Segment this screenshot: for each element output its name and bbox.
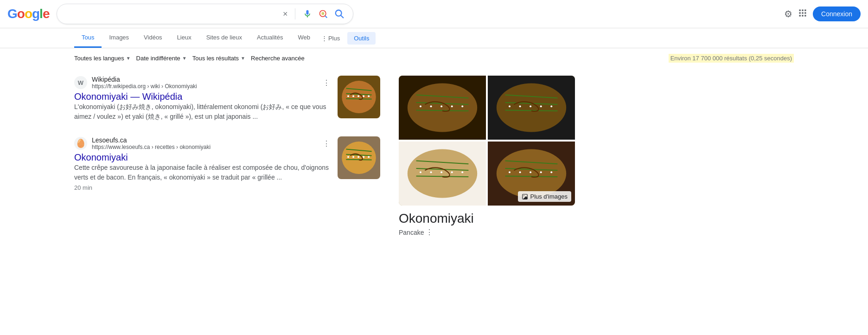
result-description-wikipedia: L'okonomiyaki (お好み焼き, okonomiyaki), litt… xyxy=(74,102,330,122)
svg-line-4 xyxy=(341,15,344,18)
result-thumbnail-wikipedia[interactable] xyxy=(338,76,380,118)
tab-tous[interactable]: Tous xyxy=(74,28,102,48)
microphone-icon xyxy=(303,9,312,19)
svg-rect-6 xyxy=(802,9,803,11)
image-cell-3[interactable] xyxy=(399,142,486,206)
tab-actualites[interactable]: Actualités xyxy=(249,28,290,48)
advanced-search-link[interactable]: Recherche avancée xyxy=(251,55,305,62)
date-arrow-icon: ▼ xyxy=(182,56,187,61)
svg-rect-5 xyxy=(799,9,801,11)
date-filter-label: Date indifférente xyxy=(136,55,180,62)
image-grid: Plus d'images xyxy=(399,76,575,206)
date-filter[interactable]: Date indifférente ▼ xyxy=(136,55,187,62)
result-site-name: Wikipédia xyxy=(92,76,318,83)
svg-rect-11 xyxy=(799,15,801,16)
tab-more[interactable]: ⋮ Plus xyxy=(318,29,344,47)
result-menu-button[interactable]: ⋮ xyxy=(323,139,330,148)
plus-images-label: Plus d'images xyxy=(530,193,568,200)
language-filter-label: Toutes les langues xyxy=(74,55,124,62)
image-icon xyxy=(522,193,528,200)
result-time: 20 min xyxy=(74,184,330,191)
language-filter[interactable]: Toutes les langues ▼ xyxy=(74,55,131,62)
knowledge-panel-subtitle: Pancake ⋮ xyxy=(399,228,575,237)
lesoeufs-favicon: 🥚 xyxy=(74,137,87,150)
results-filter-label: Tous les résultats xyxy=(192,55,239,62)
result-row: 🥚 Lesoeufs.ca https://www.lesoeufs.ca › … xyxy=(74,136,380,191)
svg-rect-8 xyxy=(799,12,801,13)
language-arrow-icon: ▼ xyxy=(126,56,131,61)
more-label: Plus xyxy=(328,35,340,42)
result-url: https://www.lesoeufs.ca › recettes › oko… xyxy=(92,144,318,150)
result-item-lesoeufs: 🥚 Lesoeufs.ca https://www.lesoeufs.ca › … xyxy=(74,136,380,191)
results-filter[interactable]: Tous les résultats ▼ xyxy=(192,55,245,62)
result-row: W Wikipédia https://fr.wikipedia.org › w… xyxy=(74,76,380,122)
header-right: ⚙ Connexion xyxy=(784,6,861,21)
search-input[interactable]: okonomiyaki xyxy=(64,10,277,18)
more-dots-icon: ⋮ xyxy=(321,35,327,42)
filter-bar: Toutes les langues ▼ Date indifférente ▼… xyxy=(0,50,868,66)
svg-rect-13 xyxy=(804,15,806,16)
main-content: W Wikipédia https://fr.wikipedia.org › w… xyxy=(0,68,868,244)
results-arrow-icon: ▼ xyxy=(241,56,245,61)
lens-icon xyxy=(319,9,328,19)
tab-videos[interactable]: Vidéos xyxy=(136,28,170,48)
tab-lieux[interactable]: Lieux xyxy=(170,28,199,48)
image-cell-4[interactable]: Plus d'images xyxy=(488,142,575,206)
image-cell-2[interactable] xyxy=(488,76,575,140)
tab-images[interactable]: Images xyxy=(102,28,136,48)
tab-outils[interactable]: Outils xyxy=(347,32,376,45)
knowledge-panel: Plus d'images Okonomiyaki Pancake ⋮ xyxy=(399,76,575,237)
search-results: W Wikipédia https://fr.wikipedia.org › w… xyxy=(74,76,380,237)
svg-rect-7 xyxy=(804,9,806,11)
svg-line-2 xyxy=(326,16,327,18)
result-content: W Wikipédia https://fr.wikipedia.org › w… xyxy=(74,76,330,122)
result-source-info: Wikipédia https://fr.wikipedia.org › wik… xyxy=(92,76,318,90)
result-description-lesoeufs: Cette crêpe savoureuse à la japonaise fa… xyxy=(74,163,330,182)
result-header: 🥚 Lesoeufs.ca https://www.lesoeufs.ca › … xyxy=(74,136,330,150)
result-count: Environ 17 700 000 résultats (0,25 secon… xyxy=(669,54,794,63)
result-content: 🥚 Lesoeufs.ca https://www.lesoeufs.ca › … xyxy=(74,136,330,191)
knowledge-subtitle-menu[interactable]: ⋮ xyxy=(426,228,433,237)
svg-rect-10 xyxy=(804,12,806,13)
result-header: W Wikipédia https://fr.wikipedia.org › w… xyxy=(74,76,330,90)
wikipedia-favicon: W xyxy=(74,76,87,89)
lens-search-button[interactable] xyxy=(318,8,329,19)
image-cell-1[interactable] xyxy=(399,76,486,140)
tab-web[interactable]: Web xyxy=(290,28,318,48)
result-url: https://fr.wikipedia.org › wiki › Okonom… xyxy=(92,83,318,90)
search-bar: okonomiyaki × xyxy=(57,4,353,24)
plus-images-overlay[interactable]: Plus d'images xyxy=(518,191,571,202)
result-item-wikipedia: W Wikipédia https://fr.wikipedia.org › w… xyxy=(74,76,380,122)
nav-tabs: Tous Images Vidéos Lieux Sites de lieux … xyxy=(0,28,868,48)
clear-button[interactable]: × xyxy=(282,8,289,20)
knowledge-subtitle-text: Pancake xyxy=(399,229,424,236)
tab-sites-de-lieux[interactable]: Sites de lieux xyxy=(199,28,249,48)
apps-button[interactable] xyxy=(798,8,807,20)
google-logo[interactable]: Google xyxy=(7,6,49,21)
svg-rect-9 xyxy=(802,12,803,13)
svg-point-15 xyxy=(524,195,525,196)
voice-search-button[interactable] xyxy=(302,8,313,19)
svg-rect-12 xyxy=(802,15,803,16)
header: Google okonomiyaki × xyxy=(0,0,868,28)
result-source-info: Lesoeufs.ca https://www.lesoeufs.ca › re… xyxy=(92,136,318,150)
result-menu-button[interactable]: ⋮ xyxy=(323,78,330,87)
settings-button[interactable]: ⚙ xyxy=(784,8,792,19)
search-icon xyxy=(334,9,345,19)
search-button[interactable] xyxy=(333,8,345,20)
grid-icon xyxy=(798,8,807,18)
result-title-wikipedia[interactable]: Okonomiyaki — Wikipédia xyxy=(74,91,182,102)
result-thumbnail-lesoeufs[interactable] xyxy=(338,136,380,179)
knowledge-panel-title: Okonomiyaki xyxy=(399,211,575,226)
connexion-button[interactable]: Connexion xyxy=(813,6,861,21)
svg-point-1 xyxy=(321,12,325,15)
result-title-lesoeufs[interactable]: Okonomiyaki xyxy=(74,152,128,162)
result-site-name: Lesoeufs.ca xyxy=(92,136,318,144)
